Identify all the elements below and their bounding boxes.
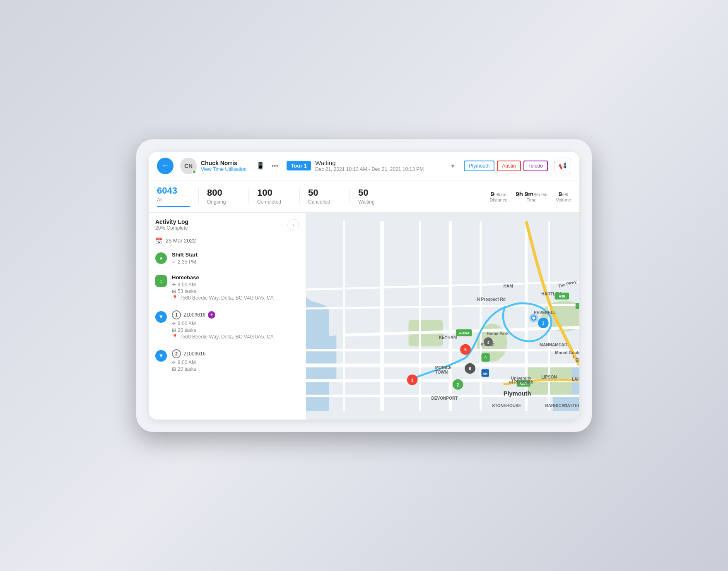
announce-button[interactable]: 📢	[554, 158, 571, 174]
svg-text:5: 5	[464, 348, 467, 352]
svg-text:LIPSON: LIPSON	[541, 375, 557, 379]
back-button[interactable]: ←	[157, 158, 174, 174]
stop1-id: 21009616	[183, 312, 205, 318]
header-icons: 📱 •••	[255, 160, 280, 171]
user-info: Chuck Norris View Time Utilisation	[201, 160, 246, 172]
stat-ongoing-label: Ongoing	[207, 199, 230, 205]
shift-start-body: Shift Start ✓ 2:35 PM	[172, 252, 299, 266]
svg-text:LAIRA: LAIRA	[572, 377, 579, 381]
svg-text:HAM: HAM	[504, 284, 513, 288]
svg-rect-42	[576, 302, 579, 309]
svg-text:TOWN: TOWN	[435, 370, 448, 374]
stop1-tasks: ⊞ 20 tasks	[172, 327, 299, 333]
stat-ongoing-value: 800	[207, 187, 230, 198]
stop2-tasks: ⊞ 20 tasks	[172, 366, 299, 372]
plane-icon-s1: ✈	[172, 321, 176, 326]
stat-completed[interactable]: 100 Completed	[257, 187, 291, 205]
svg-text:6: 6	[469, 367, 471, 371]
stop2-id: 21009616	[183, 351, 205, 357]
plane-icon: ✈	[172, 282, 176, 288]
shift-start-time: ✓ 2:35 PM	[172, 259, 299, 265]
stop2-body: 2 21009616 ✈ 9:00 AM ⊞ 20 tasks	[172, 349, 299, 373]
svg-text:Mount Gould Hospital: Mount Gould Hospital	[555, 350, 579, 355]
route-tag-plymouth[interactable]: Plymouth	[464, 161, 494, 171]
activity-panel: Activity Log 20% Complete ‹ 📅 25 Mar 202…	[149, 213, 306, 420]
homebase-address: 📍 7560 Beedie Way, Delta, BC V4G 0A5, CA	[172, 295, 299, 301]
back-icon: ←	[162, 161, 169, 170]
activity-progress: 20% Complete	[155, 225, 188, 231]
svg-text:🚌: 🚌	[482, 370, 488, 376]
map-svg: HAM HARTLEY PEVERELL N Prospect Rd KEYHA…	[306, 213, 579, 420]
right-stat-time: 9h 9m/9h 9m Time	[516, 190, 547, 202]
svg-text:EFFORD: EFFORD	[576, 358, 579, 362]
svg-text:N Prospect Rd: N Prospect Rd	[477, 297, 506, 302]
svg-text:1: 1	[411, 378, 414, 382]
stat-divider-2	[248, 188, 249, 204]
stat-divider-1	[198, 188, 199, 204]
stop1-body: 1 21009616 ✦ ✈ 9:00 AM ⊞ 20 tasks	[172, 310, 299, 341]
volume-unit: /99	[562, 192, 568, 197]
route-tags: Plymouth Austin Toledo	[464, 161, 548, 171]
calendar-icon: 📅	[155, 238, 162, 244]
collapse-button[interactable]: ‹	[287, 219, 299, 230]
tour-status: Waiting	[315, 159, 444, 166]
view-utilisation-link[interactable]: View Time Utilisation	[201, 166, 246, 172]
stop1-direction-icon: ▼	[155, 311, 167, 323]
svg-text:of Plymouth: of Plymouth	[509, 380, 533, 384]
checkmark-icon: ✓	[172, 259, 176, 265]
stat-divider-4	[350, 188, 350, 204]
avatar: CN	[180, 158, 197, 174]
plane-icon-s2: ✈	[172, 360, 176, 365]
svg-text:DEVONPORT: DEVONPORT	[431, 396, 458, 400]
distance-unit: /99km	[494, 192, 506, 197]
stat-all[interactable]: 6043 All	[157, 185, 190, 207]
tasks-icon-s2: ⊞	[172, 366, 176, 372]
stat-completed-label: Completed	[257, 199, 281, 205]
svg-point-68	[532, 316, 535, 319]
volume-label: Volume	[556, 197, 571, 202]
stats-bar: 6043 All 800 Ongoing 100 Completed 50 Ca…	[149, 180, 579, 213]
svg-text:+: +	[572, 353, 575, 360]
svg-text:3: 3	[542, 321, 545, 326]
time-unit: /9h 9m	[534, 192, 548, 197]
right-stat-distance: 9/99km Distance	[490, 190, 508, 202]
device-icon[interactable]: 📱	[255, 160, 266, 171]
shift-start-title: Shift Start	[172, 252, 299, 258]
stat-cancelled-value: 50	[308, 187, 331, 198]
activity-header-text: Activity Log 20% Complete	[155, 218, 188, 231]
homebase-tasks: ⊞ 53 tasks	[172, 288, 299, 294]
tour-badge[interactable]: Tour 1	[287, 161, 311, 170]
activity-header: Activity Log 20% Complete ‹	[149, 213, 306, 234]
dropdown-arrow-icon[interactable]: ▼	[448, 161, 457, 171]
tasks-icon: ⊞	[172, 288, 176, 294]
homebase-body: Homebase ✈ 9:00 AM ⊞ 53 tasks 📍 7560 Bee…	[172, 274, 299, 302]
route-tag-austin[interactable]: Austin	[497, 161, 521, 171]
map-container[interactable]: HAM HARTLEY PEVERELL N Prospect Rd KEYHA…	[306, 213, 579, 420]
shift-start-icon: ●	[155, 252, 167, 264]
svg-text:STONEHOUSE: STONEHOUSE	[492, 403, 521, 408]
tour-date-range: Dec 21, 2021 10:13 AM - Dec 21, 2021 10:…	[315, 166, 444, 172]
svg-text:A38: A38	[559, 295, 565, 298]
stat-waiting[interactable]: 50 Waiting	[358, 187, 391, 205]
svg-text:KEYHAM: KEYHAM	[439, 335, 457, 340]
stat-all-label: All	[157, 197, 180, 203]
right-stat-volume: 9/99 Volume	[556, 190, 571, 202]
stop1-address: 📍 7560 Beedie Way, Delta, BC V4G 0A5, CA	[172, 334, 299, 340]
distance-label: Distance	[490, 197, 508, 202]
stop2-time: ✈ 9:00 AM	[172, 360, 299, 365]
stat-cancelled[interactable]: 50 Cancelled	[308, 187, 341, 205]
tour-section: Tour 1 Waiting Dec 21, 2021 10:13 AM - D…	[287, 159, 457, 172]
stat-ongoing[interactable]: 800 Ongoing	[207, 187, 240, 205]
activity-date: 25 Mar 2022	[166, 238, 196, 244]
svg-text:Plymouth: Plymouth	[504, 390, 531, 397]
svg-text:PEVERELL: PEVERELL	[534, 310, 556, 315]
stop1-time: ✈ 9:00 AM	[172, 321, 299, 326]
route-tag-toledo[interactable]: Toledo	[523, 161, 548, 171]
time-value: 9h 9m/9h 9m	[516, 190, 547, 197]
location-icon: 📍	[172, 295, 178, 301]
stat-waiting-value: 50	[358, 187, 381, 198]
distance-value: 9/99km	[491, 190, 506, 197]
homebase-icon: ⌂	[155, 275, 167, 287]
more-menu-icon[interactable]: •••	[270, 161, 280, 171]
stop1-number-badge: 1	[172, 310, 181, 319]
